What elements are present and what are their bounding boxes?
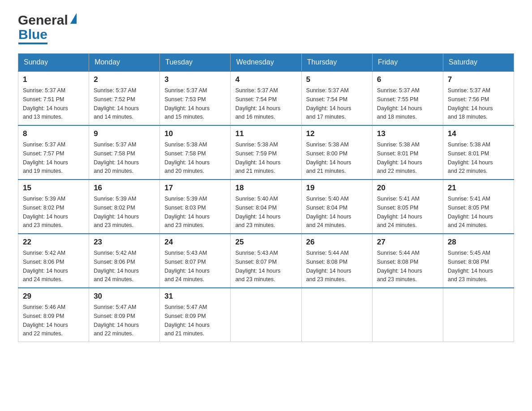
day-info: Sunrise: 5:44 AMSunset: 8:08 PMDaylight:… <box>306 250 352 283</box>
calendar-cell <box>443 288 514 342</box>
calendar-cell: 24 Sunrise: 5:43 AMSunset: 8:07 PMDaylig… <box>160 234 231 288</box>
day-info: Sunrise: 5:37 AMSunset: 7:57 PMDaylight:… <box>23 141 68 174</box>
day-info: Sunrise: 5:41 AMSunset: 8:05 PMDaylight:… <box>377 196 422 228</box>
calendar-cell: 22 Sunrise: 5:42 AMSunset: 8:06 PMDaylig… <box>18 234 89 288</box>
day-info: Sunrise: 5:37 AMSunset: 7:53 PMDaylight:… <box>164 87 210 120</box>
day-number: 24 <box>164 238 226 247</box>
day-info: Sunrise: 5:37 AMSunset: 7:58 PMDaylight:… <box>94 141 139 174</box>
day-info: Sunrise: 5:37 AMSunset: 7:51 PMDaylight:… <box>23 87 68 120</box>
calendar-week-row: 29 Sunrise: 5:46 AMSunset: 8:09 PMDaylig… <box>18 288 514 342</box>
day-number: 17 <box>164 184 226 193</box>
day-info: Sunrise: 5:38 AMSunset: 8:01 PMDaylight:… <box>377 141 422 174</box>
calendar-header-row: SundayMondayTuesdayWednesdayThursdayFrid… <box>18 54 514 72</box>
calendar-cell: 3 Sunrise: 5:37 AMSunset: 7:53 PMDayligh… <box>160 71 231 125</box>
day-number: 4 <box>235 75 296 84</box>
day-info: Sunrise: 5:37 AMSunset: 7:56 PMDaylight:… <box>448 87 493 120</box>
column-header-friday: Friday <box>372 54 443 72</box>
calendar-cell <box>301 288 372 342</box>
day-info: Sunrise: 5:42 AMSunset: 8:06 PMDaylight:… <box>94 250 139 283</box>
calendar-cell <box>231 288 301 342</box>
day-info: Sunrise: 5:40 AMSunset: 8:04 PMDaylight:… <box>235 196 280 228</box>
calendar-cell: 17 Sunrise: 5:39 AMSunset: 8:03 PMDaylig… <box>160 180 231 234</box>
calendar-cell: 6 Sunrise: 5:37 AMSunset: 7:55 PMDayligh… <box>372 71 443 125</box>
calendar-cell: 21 Sunrise: 5:41 AMSunset: 8:05 PMDaylig… <box>443 180 514 234</box>
calendar-cell: 7 Sunrise: 5:37 AMSunset: 7:56 PMDayligh… <box>443 71 514 125</box>
day-number: 5 <box>306 75 368 84</box>
day-info: Sunrise: 5:37 AMSunset: 7:55 PMDaylight:… <box>377 87 422 120</box>
day-number: 9 <box>94 129 155 138</box>
calendar-cell: 11 Sunrise: 5:38 AMSunset: 7:59 PMDaylig… <box>231 125 301 180</box>
day-info: Sunrise: 5:38 AMSunset: 8:00 PMDaylight:… <box>306 141 352 174</box>
day-number: 23 <box>94 238 155 247</box>
day-number: 2 <box>94 75 155 84</box>
calendar-cell: 28 Sunrise: 5:45 AMSunset: 8:08 PMDaylig… <box>443 234 514 288</box>
calendar-week-row: 1 Sunrise: 5:37 AMSunset: 7:51 PMDayligh… <box>18 71 514 125</box>
calendar-cell: 23 Sunrise: 5:42 AMSunset: 8:06 PMDaylig… <box>89 234 160 288</box>
day-number: 12 <box>306 129 368 138</box>
day-info: Sunrise: 5:39 AMSunset: 8:02 PMDaylight:… <box>94 196 139 228</box>
day-number: 10 <box>164 129 226 138</box>
calendar-week-row: 15 Sunrise: 5:39 AMSunset: 8:02 PMDaylig… <box>18 180 514 234</box>
calendar-cell: 19 Sunrise: 5:40 AMSunset: 8:04 PMDaylig… <box>301 180 372 234</box>
day-number: 7 <box>448 75 509 84</box>
logo: General Blue <box>18 13 77 44</box>
calendar-table: SundayMondayTuesdayWednesdayThursdayFrid… <box>18 53 514 342</box>
calendar-cell: 4 Sunrise: 5:37 AMSunset: 7:54 PMDayligh… <box>231 71 301 125</box>
day-number: 11 <box>235 129 296 138</box>
day-info: Sunrise: 5:37 AMSunset: 7:54 PMDaylight:… <box>235 87 280 120</box>
day-number: 14 <box>448 129 509 138</box>
calendar-cell: 5 Sunrise: 5:37 AMSunset: 7:54 PMDayligh… <box>301 71 372 125</box>
day-info: Sunrise: 5:46 AMSunset: 8:09 PMDaylight:… <box>23 304 68 337</box>
day-info: Sunrise: 5:47 AMSunset: 8:09 PMDaylight:… <box>94 304 139 337</box>
calendar-cell: 16 Sunrise: 5:39 AMSunset: 8:02 PMDaylig… <box>89 180 160 234</box>
calendar-cell: 26 Sunrise: 5:44 AMSunset: 8:08 PMDaylig… <box>301 234 372 288</box>
day-number: 19 <box>306 184 368 193</box>
day-number: 22 <box>23 238 84 247</box>
day-number: 6 <box>377 75 438 84</box>
calendar-cell: 13 Sunrise: 5:38 AMSunset: 8:01 PMDaylig… <box>372 125 443 180</box>
day-info: Sunrise: 5:40 AMSunset: 8:04 PMDaylight:… <box>306 196 352 228</box>
day-number: 29 <box>23 292 84 301</box>
column-header-monday: Monday <box>89 54 160 72</box>
logo-general: General <box>18 13 68 27</box>
day-number: 28 <box>448 238 509 247</box>
calendar-week-row: 22 Sunrise: 5:42 AMSunset: 8:06 PMDaylig… <box>18 234 514 288</box>
column-header-wednesday: Wednesday <box>231 54 301 72</box>
calendar-cell: 2 Sunrise: 5:37 AMSunset: 7:52 PMDayligh… <box>89 71 160 125</box>
day-number: 30 <box>94 292 155 301</box>
day-info: Sunrise: 5:37 AMSunset: 7:54 PMDaylight:… <box>306 87 352 120</box>
day-info: Sunrise: 5:43 AMSunset: 8:07 PMDaylight:… <box>235 250 280 283</box>
calendar-cell: 30 Sunrise: 5:47 AMSunset: 8:09 PMDaylig… <box>89 288 160 342</box>
column-header-tuesday: Tuesday <box>160 54 231 72</box>
day-number: 1 <box>23 75 84 84</box>
calendar-cell: 1 Sunrise: 5:37 AMSunset: 7:51 PMDayligh… <box>18 71 89 125</box>
day-info: Sunrise: 5:43 AMSunset: 8:07 PMDaylight:… <box>164 250 210 283</box>
calendar-cell: 15 Sunrise: 5:39 AMSunset: 8:02 PMDaylig… <box>18 180 89 234</box>
day-info: Sunrise: 5:38 AMSunset: 7:59 PMDaylight:… <box>235 141 280 174</box>
day-number: 3 <box>164 75 226 84</box>
day-number: 25 <box>235 238 296 247</box>
calendar-cell <box>372 288 443 342</box>
calendar-cell: 20 Sunrise: 5:41 AMSunset: 8:05 PMDaylig… <box>372 180 443 234</box>
calendar-cell: 10 Sunrise: 5:38 AMSunset: 7:58 PMDaylig… <box>160 125 231 180</box>
calendar-cell: 31 Sunrise: 5:47 AMSunset: 8:09 PMDaylig… <box>160 288 231 342</box>
day-number: 13 <box>377 129 438 138</box>
day-info: Sunrise: 5:44 AMSunset: 8:08 PMDaylight:… <box>377 250 422 283</box>
day-info: Sunrise: 5:45 AMSunset: 8:08 PMDaylight:… <box>448 250 493 283</box>
day-info: Sunrise: 5:47 AMSunset: 8:09 PMDaylight:… <box>164 304 210 337</box>
column-header-sunday: Sunday <box>18 54 89 72</box>
day-info: Sunrise: 5:39 AMSunset: 8:03 PMDaylight:… <box>164 196 210 228</box>
calendar-cell: 8 Sunrise: 5:37 AMSunset: 7:57 PMDayligh… <box>18 125 89 180</box>
column-header-thursday: Thursday <box>301 54 372 72</box>
calendar-cell: 12 Sunrise: 5:38 AMSunset: 8:00 PMDaylig… <box>301 125 372 180</box>
calendar-cell: 29 Sunrise: 5:46 AMSunset: 8:09 PMDaylig… <box>18 288 89 342</box>
page-header: General Blue <box>18 13 514 44</box>
calendar-week-row: 8 Sunrise: 5:37 AMSunset: 7:57 PMDayligh… <box>18 125 514 180</box>
logo-blue: Blue <box>18 27 47 44</box>
calendar-cell: 9 Sunrise: 5:37 AMSunset: 7:58 PMDayligh… <box>89 125 160 180</box>
day-number: 18 <box>235 184 296 193</box>
day-number: 16 <box>94 184 155 193</box>
calendar-cell: 18 Sunrise: 5:40 AMSunset: 8:04 PMDaylig… <box>231 180 301 234</box>
day-number: 15 <box>23 184 84 193</box>
day-info: Sunrise: 5:39 AMSunset: 8:02 PMDaylight:… <box>23 196 68 228</box>
